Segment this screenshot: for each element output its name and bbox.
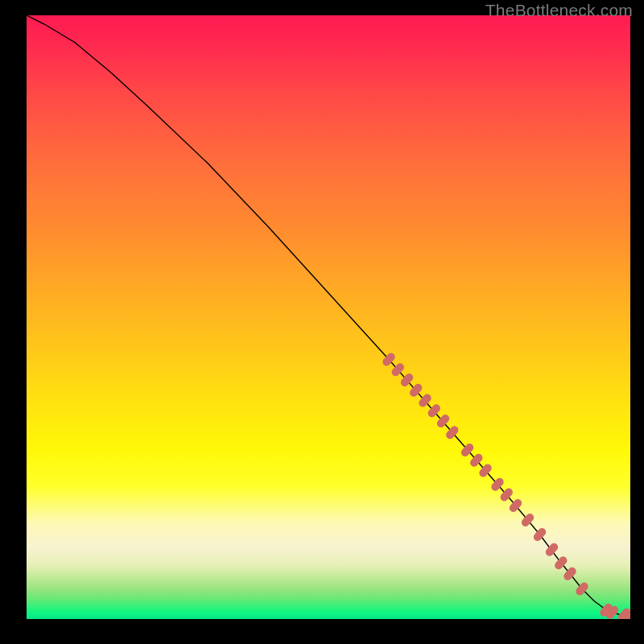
markers-group (381, 351, 630, 619)
chart-svg (27, 15, 630, 619)
watermark-text: TheBottleneck.com (485, 1, 633, 20)
plot-area (27, 15, 630, 619)
data-marker (562, 566, 577, 582)
data-marker (520, 512, 535, 528)
curve-line (27, 15, 630, 616)
line-series (27, 15, 630, 616)
data-marker (532, 526, 547, 543)
chart-container: TheBottleneck.com (0, 0, 644, 644)
data-marker (508, 497, 523, 514)
